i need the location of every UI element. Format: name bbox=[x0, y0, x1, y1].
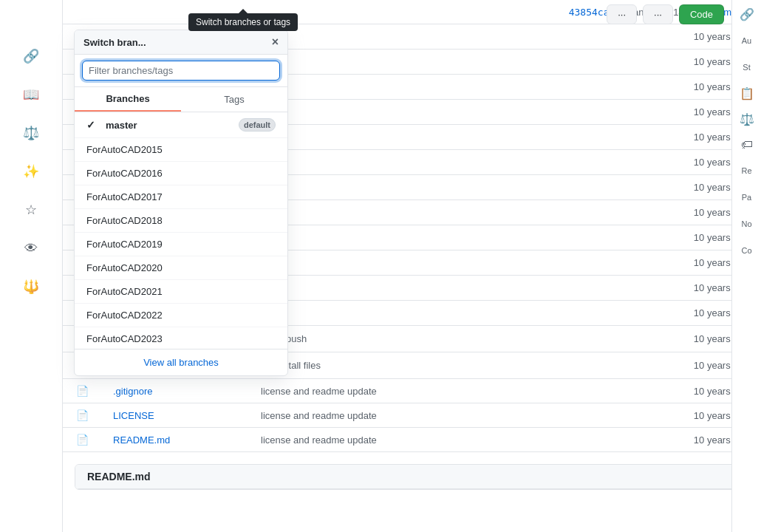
sidebar-icon-fork[interactable]: 🔱 bbox=[19, 275, 43, 299]
sidebar-icon-link[interactable]: 🔗 bbox=[19, 44, 43, 68]
branch-item-2020[interactable]: ForAutoCAD2020 bbox=[75, 256, 287, 280]
branch-name: ForAutoCAD2016 bbox=[86, 168, 163, 179]
code-button[interactable]: Code bbox=[679, 4, 724, 24]
branch-item-2017[interactable]: ForAutoCAD2017 bbox=[75, 185, 287, 209]
branch-name: master bbox=[106, 120, 137, 131]
dropdown-header: Switch bran... × bbox=[75, 30, 287, 55]
dropdown-close-button[interactable]: × bbox=[272, 36, 279, 48]
right-panel-icon-scale[interactable]: ⚖️ bbox=[740, 112, 754, 126]
dropdown-search-area bbox=[75, 55, 287, 87]
branch-name: ForAutoCAD2017 bbox=[86, 191, 163, 202]
branch-name: ForAutoCAD2020 bbox=[86, 262, 163, 273]
branch-filter-input[interactable] bbox=[82, 61, 280, 81]
branch-name: ForAutoCAD2022 bbox=[86, 310, 163, 321]
sidebar-icon-eye[interactable]: 👁 bbox=[19, 236, 43, 260]
right-label-st: St bbox=[741, 60, 751, 75]
right-label-no: No bbox=[740, 216, 753, 231]
button-2[interactable]: ··· bbox=[643, 4, 673, 24]
right-panel-icon-link[interactable]: 🔗 bbox=[740, 7, 754, 21]
table-row: 📄 README.md license and readme update 10… bbox=[63, 428, 761, 452]
default-badge: default bbox=[239, 118, 276, 132]
right-label-co: Co bbox=[740, 243, 753, 258]
file-icon: 📄 bbox=[63, 428, 101, 452]
top-buttons-area: ··· ··· Code bbox=[607, 4, 724, 24]
file-commit: license and readme update bbox=[249, 379, 576, 403]
button-1[interactable]: ··· bbox=[607, 4, 637, 24]
right-label-pa: Pa bbox=[740, 190, 753, 205]
tooltip-text: Switch branches or tags bbox=[196, 17, 290, 27]
check-icon: ✓ bbox=[86, 119, 95, 131]
sidebar: 🔗 📖 ⚖️ ✨ ☆ 👁 🔱 bbox=[0, 0, 63, 532]
file-commit: license and readme update bbox=[249, 403, 576, 428]
branch-name: ForAutoCAD2019 bbox=[86, 239, 163, 250]
commit-hash[interactable]: 43854ca bbox=[569, 7, 610, 18]
branch-item-2019[interactable]: ForAutoCAD2019 bbox=[75, 233, 287, 256]
right-label-re: Re bbox=[740, 163, 753, 178]
file-name[interactable]: .gitignore bbox=[101, 379, 249, 403]
file-commit: license and readme update bbox=[249, 428, 576, 452]
right-panel-icon-book[interactable]: 📋 bbox=[740, 86, 754, 100]
branch-dropdown-panel: Switch bran... × Branches Tags ✓ master bbox=[74, 30, 288, 376]
sidebar-icon-star[interactable]: ☆ bbox=[19, 198, 43, 222]
branch-item-2022[interactable]: ForAutoCAD2022 bbox=[75, 304, 287, 327]
branch-item-2021[interactable]: ForAutoCAD2021 bbox=[75, 280, 287, 304]
tab-tags[interactable]: Tags bbox=[181, 87, 287, 112]
branch-item-2015[interactable]: ForAutoCAD2015 bbox=[75, 138, 287, 162]
view-all-branches-link[interactable]: View all branches bbox=[75, 349, 287, 375]
sidebar-icon-book[interactable]: 📖 bbox=[19, 83, 43, 106]
sidebar-icon-star-filled[interactable]: ✨ bbox=[19, 160, 43, 183]
branch-name: ForAutoCAD2015 bbox=[86, 144, 163, 155]
branch-list: ✓ master default ForAutoCAD2015 ForAutoC… bbox=[75, 112, 287, 349]
tab-branches[interactable]: Branches bbox=[75, 87, 181, 112]
branch-item-2016[interactable]: ForAutoCAD2016 bbox=[75, 162, 287, 185]
branch-name: ForAutoCAD2023 bbox=[86, 333, 163, 344]
file-icon: 📄 bbox=[63, 379, 101, 403]
sidebar-icon-scale[interactable]: ⚖️ bbox=[19, 121, 43, 145]
readme-section: README.md bbox=[75, 464, 749, 490]
branch-name: ForAutoCAD2021 bbox=[86, 286, 163, 297]
file-icon: 📄 bbox=[63, 403, 101, 428]
branch-dropdown-overlay: Switch branches or tags Switch bran... ×… bbox=[74, 7, 369, 376]
file-name[interactable]: LICENSE bbox=[101, 403, 249, 428]
branch-item-2023[interactable]: ForAutoCAD2023 bbox=[75, 327, 287, 349]
branch-item-master[interactable]: ✓ master default bbox=[75, 112, 287, 138]
branch-item-2018[interactable]: ForAutoCAD2018 bbox=[75, 209, 287, 233]
table-row: 📄 .gitignore license and readme update 1… bbox=[63, 379, 761, 403]
dropdown-header-text: Switch bran... bbox=[83, 37, 146, 48]
readme-header: README.md bbox=[75, 465, 748, 489]
dropdown-tabs: Branches Tags bbox=[75, 87, 287, 112]
branch-name: ForAutoCAD2018 bbox=[86, 215, 163, 226]
right-label-au: Au bbox=[740, 33, 753, 48]
branch-tooltip: Switch branches or tags bbox=[188, 13, 298, 31]
right-panel: 🔗 Au St 📋 ⚖️ 🏷 Re Pa No Co bbox=[731, 0, 761, 532]
right-panel-icon-tag[interactable]: 🏷 bbox=[741, 138, 753, 151]
file-name[interactable]: README.md bbox=[101, 428, 249, 452]
table-row: 📄 LICENSE license and readme update 10 y… bbox=[63, 403, 761, 428]
